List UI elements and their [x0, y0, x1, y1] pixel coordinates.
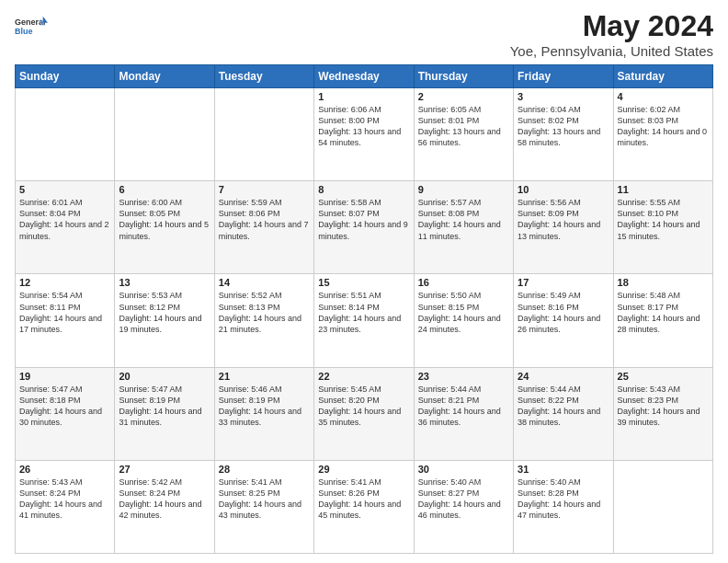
- day-number: 9: [418, 184, 509, 195]
- table-row: 11Sunrise: 5:55 AM Sunset: 8:10 PM Dayli…: [613, 181, 712, 274]
- table-row: 23Sunrise: 5:44 AM Sunset: 8:21 PM Dayli…: [414, 367, 513, 460]
- calendar-week-row: 12Sunrise: 5:54 AM Sunset: 8:11 PM Dayli…: [16, 274, 713, 367]
- table-row: 16Sunrise: 5:50 AM Sunset: 8:15 PM Dayli…: [414, 274, 513, 367]
- table-row: 3Sunrise: 6:04 AM Sunset: 8:02 PM Daylig…: [514, 88, 613, 181]
- col-wednesday: Wednesday: [314, 65, 414, 88]
- col-saturday: Saturday: [613, 65, 712, 88]
- table-row: 14Sunrise: 5:52 AM Sunset: 8:13 PM Dayli…: [214, 274, 313, 367]
- day-number: 5: [19, 184, 110, 195]
- col-thursday: Thursday: [414, 65, 513, 88]
- day-info: Sunrise: 5:42 AM Sunset: 8:24 PM Dayligh…: [119, 477, 210, 522]
- day-info: Sunrise: 5:48 AM Sunset: 8:17 PM Dayligh…: [618, 290, 709, 335]
- day-number: 15: [318, 277, 409, 288]
- table-row: 15Sunrise: 5:51 AM Sunset: 8:14 PM Dayli…: [314, 274, 414, 367]
- day-number: 12: [19, 277, 110, 288]
- day-info: Sunrise: 5:50 AM Sunset: 8:15 PM Dayligh…: [418, 290, 509, 335]
- day-number: 22: [318, 371, 409, 382]
- day-number: 26: [19, 464, 110, 475]
- day-info: Sunrise: 6:05 AM Sunset: 8:01 PM Dayligh…: [418, 104, 509, 149]
- day-number: 1: [318, 91, 409, 102]
- table-row: 20Sunrise: 5:47 AM Sunset: 8:19 PM Dayli…: [115, 367, 214, 460]
- table-row: 26Sunrise: 5:43 AM Sunset: 8:24 PM Dayli…: [16, 460, 115, 553]
- day-number: 28: [219, 464, 310, 475]
- logo-svg: General Blue: [15, 9, 48, 42]
- day-number: 31: [518, 464, 609, 475]
- col-sunday: Sunday: [16, 65, 115, 88]
- day-info: Sunrise: 5:44 AM Sunset: 8:21 PM Dayligh…: [418, 384, 509, 429]
- table-row: 13Sunrise: 5:53 AM Sunset: 8:12 PM Dayli…: [115, 274, 214, 367]
- table-row: 21Sunrise: 5:46 AM Sunset: 8:19 PM Dayli…: [214, 367, 313, 460]
- day-number: 4: [618, 91, 709, 102]
- calendar-header-row: Sunday Monday Tuesday Wednesday Thursday…: [16, 65, 713, 88]
- day-number: 19: [19, 371, 110, 382]
- day-number: 18: [618, 277, 709, 288]
- table-row: 30Sunrise: 5:40 AM Sunset: 8:27 PM Dayli…: [414, 460, 513, 553]
- col-tuesday: Tuesday: [214, 65, 313, 88]
- day-info: Sunrise: 5:54 AM Sunset: 8:11 PM Dayligh…: [19, 290, 110, 335]
- table-row: 5Sunrise: 6:01 AM Sunset: 8:04 PM Daylig…: [16, 181, 115, 274]
- calendar-week-row: 26Sunrise: 5:43 AM Sunset: 8:24 PM Dayli…: [16, 460, 713, 553]
- page-title: May 2024: [510, 9, 713, 43]
- day-info: Sunrise: 5:55 AM Sunset: 8:10 PM Dayligh…: [618, 197, 709, 242]
- day-number: 6: [119, 184, 210, 195]
- day-info: Sunrise: 6:01 AM Sunset: 8:04 PM Dayligh…: [19, 197, 110, 242]
- header: General Blue May 2024 Yoe, Pennsylvania,…: [15, 9, 713, 59]
- table-row: 29Sunrise: 5:41 AM Sunset: 8:26 PM Dayli…: [314, 460, 414, 553]
- day-number: 21: [219, 371, 310, 382]
- col-monday: Monday: [115, 65, 214, 88]
- day-info: Sunrise: 5:57 AM Sunset: 8:08 PM Dayligh…: [418, 197, 509, 242]
- day-info: Sunrise: 5:47 AM Sunset: 8:18 PM Dayligh…: [19, 384, 110, 429]
- day-info: Sunrise: 5:44 AM Sunset: 8:22 PM Dayligh…: [518, 384, 609, 429]
- day-info: Sunrise: 5:51 AM Sunset: 8:14 PM Dayligh…: [318, 290, 409, 335]
- day-number: 25: [618, 371, 709, 382]
- day-number: 3: [518, 91, 609, 102]
- day-number: 17: [518, 277, 609, 288]
- day-info: Sunrise: 5:58 AM Sunset: 8:07 PM Dayligh…: [318, 197, 409, 242]
- day-number: 16: [418, 277, 509, 288]
- table-row: 18Sunrise: 5:48 AM Sunset: 8:17 PM Dayli…: [613, 274, 712, 367]
- table-row: 7Sunrise: 5:59 AM Sunset: 8:06 PM Daylig…: [214, 181, 313, 274]
- day-info: Sunrise: 5:41 AM Sunset: 8:26 PM Dayligh…: [318, 477, 409, 522]
- day-info: Sunrise: 5:43 AM Sunset: 8:24 PM Dayligh…: [19, 477, 110, 522]
- day-number: 14: [219, 277, 310, 288]
- day-number: 10: [518, 184, 609, 195]
- day-number: 29: [318, 464, 409, 475]
- table-row: [214, 88, 313, 181]
- table-row: 24Sunrise: 5:44 AM Sunset: 8:22 PM Dayli…: [514, 367, 613, 460]
- page-subtitle: Yoe, Pennsylvania, United States: [510, 43, 713, 59]
- day-info: Sunrise: 5:49 AM Sunset: 8:16 PM Dayligh…: [518, 290, 609, 335]
- calendar-week-row: 19Sunrise: 5:47 AM Sunset: 8:18 PM Dayli…: [16, 367, 713, 460]
- calendar-table: Sunday Monday Tuesday Wednesday Thursday…: [15, 64, 713, 554]
- day-number: 23: [418, 371, 509, 382]
- table-row: 4Sunrise: 6:02 AM Sunset: 8:03 PM Daylig…: [613, 88, 712, 181]
- table-row: 31Sunrise: 5:40 AM Sunset: 8:28 PM Dayli…: [514, 460, 613, 553]
- table-row: 22Sunrise: 5:45 AM Sunset: 8:20 PM Dayli…: [314, 367, 414, 460]
- day-info: Sunrise: 6:02 AM Sunset: 8:03 PM Dayligh…: [618, 104, 709, 149]
- table-row: 12Sunrise: 5:54 AM Sunset: 8:11 PM Dayli…: [16, 274, 115, 367]
- day-info: Sunrise: 5:41 AM Sunset: 8:25 PM Dayligh…: [219, 477, 310, 522]
- table-row: 17Sunrise: 5:49 AM Sunset: 8:16 PM Dayli…: [514, 274, 613, 367]
- table-row: 27Sunrise: 5:42 AM Sunset: 8:24 PM Dayli…: [115, 460, 214, 553]
- day-info: Sunrise: 6:04 AM Sunset: 8:02 PM Dayligh…: [518, 104, 609, 149]
- day-info: Sunrise: 5:56 AM Sunset: 8:09 PM Dayligh…: [518, 197, 609, 242]
- day-info: Sunrise: 5:43 AM Sunset: 8:23 PM Dayligh…: [618, 384, 709, 429]
- calendar-week-row: 5Sunrise: 6:01 AM Sunset: 8:04 PM Daylig…: [16, 181, 713, 274]
- day-number: 8: [318, 184, 409, 195]
- day-info: Sunrise: 5:53 AM Sunset: 8:12 PM Dayligh…: [119, 290, 210, 335]
- day-number: 2: [418, 91, 509, 102]
- table-row: [115, 88, 214, 181]
- table-row: 8Sunrise: 5:58 AM Sunset: 8:07 PM Daylig…: [314, 181, 414, 274]
- day-info: Sunrise: 6:06 AM Sunset: 8:00 PM Dayligh…: [318, 104, 409, 149]
- day-info: Sunrise: 5:47 AM Sunset: 8:19 PM Dayligh…: [119, 384, 210, 429]
- title-block: May 2024 Yoe, Pennsylvania, United State…: [510, 9, 713, 59]
- table-row: 25Sunrise: 5:43 AM Sunset: 8:23 PM Dayli…: [613, 367, 712, 460]
- day-info: Sunrise: 5:40 AM Sunset: 8:28 PM Dayligh…: [518, 477, 609, 522]
- day-info: Sunrise: 5:46 AM Sunset: 8:19 PM Dayligh…: [219, 384, 310, 429]
- day-info: Sunrise: 5:52 AM Sunset: 8:13 PM Dayligh…: [219, 290, 310, 335]
- logo: General Blue: [15, 9, 48, 42]
- calendar-week-row: 1Sunrise: 6:06 AM Sunset: 8:00 PM Daylig…: [16, 88, 713, 181]
- day-number: 20: [119, 371, 210, 382]
- day-info: Sunrise: 6:00 AM Sunset: 8:05 PM Dayligh…: [119, 197, 210, 242]
- table-row: 28Sunrise: 5:41 AM Sunset: 8:25 PM Dayli…: [214, 460, 313, 553]
- table-row: [613, 460, 712, 553]
